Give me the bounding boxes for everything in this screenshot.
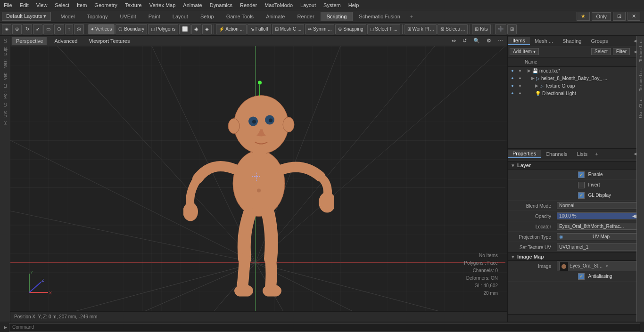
viewport-tab-advanced[interactable]: Advanced [50, 37, 81, 45]
image-map-section-header[interactable]: ▼ Image Map [508, 252, 644, 261]
menu-system[interactable]: System [320, 1, 345, 9]
star-button[interactable]: ★ [577, 12, 590, 21]
falloff-btn[interactable]: ↘ Falloff [248, 24, 271, 34]
polygons-btn[interactable]: ◻ Polygons [148, 24, 178, 34]
close-layout-button[interactable]: ✕ [627, 12, 640, 21]
item-eye-modo[interactable]: ● [509, 67, 516, 74]
workpl-btn[interactable]: ⊞ Work Pl ... [405, 24, 437, 34]
menu-geometry[interactable]: Geometry [91, 1, 121, 9]
menu-view[interactable]: View [33, 1, 51, 9]
layout-tab-model[interactable]: Model [55, 12, 81, 21]
layout-tab-scripting[interactable]: Scripting [321, 12, 353, 21]
layout-tab-paint[interactable]: Paint [142, 12, 166, 21]
gl-display-checkbox[interactable]: ✓ [578, 192, 585, 199]
item-eye-texgroup[interactable]: ● [509, 82, 516, 89]
scale-btn[interactable]: ⤢ [33, 24, 42, 34]
invert-checkbox[interactable] [578, 182, 585, 188]
layout-tab-add[interactable]: + [406, 12, 417, 21]
command-input-area[interactable] [9, 323, 640, 332]
tab-groups[interactable]: Groups [586, 37, 612, 45]
menu-animate[interactable]: Animate [179, 1, 206, 9]
menu-layout[interactable]: Layout [297, 1, 320, 9]
menu-edit[interactable]: Edit [16, 1, 33, 9]
viewport-ctrl-settings[interactable]: ⚙ [484, 36, 494, 46]
viewport-ctrl-reset[interactable]: ↺ [460, 36, 469, 46]
filter-button[interactable]: Filter [613, 48, 630, 55]
item-row-modo[interactable]: ● ● ▶ 💾 modo.lxo* [508, 67, 644, 74]
item-eye-dirlight[interactable]: ● [509, 90, 516, 97]
select-lasso-btn[interactable]: ⬡ [54, 24, 64, 34]
menu-dynamics[interactable]: Dynamics [206, 1, 236, 9]
menu-vertex-map[interactable]: Vertex Map [146, 1, 180, 9]
sidebar-item-f[interactable]: F: [2, 119, 8, 127]
viewport-ctrl-search[interactable]: 🔍 [471, 36, 482, 46]
item-row-texgroup[interactable]: ● ● ▶ ▷ Texture Group [508, 82, 644, 89]
tab-shading[interactable]: Shading [558, 37, 586, 45]
tab-mesh[interactable]: Mesh ... [530, 37, 558, 45]
item-eye2-dirlight[interactable]: ● [516, 90, 524, 97]
grid-btn[interactable]: ⊞ [507, 24, 517, 34]
viewport-tab-textures[interactable]: Viewport Textures [85, 37, 133, 45]
item-row-dirlight[interactable]: ● ● 💡 Directional Light [508, 89, 644, 97]
mode-btn1[interactable]: ⬜ [179, 24, 190, 34]
mode-btn3[interactable]: ◈ [202, 24, 212, 34]
add-item-button[interactable]: Add Item ▾ [510, 48, 539, 55]
menu-item[interactable]: Item [73, 1, 91, 9]
tab-channels[interactable]: Channels [541, 150, 572, 158]
add-tab-btn[interactable]: + [592, 150, 601, 158]
menu-texture[interactable]: Texture [121, 1, 146, 9]
item-eye2-modo[interactable]: ● [516, 67, 524, 74]
command-input[interactable] [12, 324, 637, 330]
tweak-btn[interactable]: ↕ [65, 24, 73, 34]
texture-tab-user[interactable]: User Cha... [637, 94, 644, 121]
set-texture-uv-dropdown[interactable]: UVChannel_1 ▾ [557, 243, 642, 251]
layout-tab-schematic[interactable]: Schematic Fusion [353, 12, 406, 21]
item-eye-helper[interactable]: ● [509, 75, 516, 81]
sidebar-item-pol[interactable]: Pol: [2, 89, 8, 101]
sidebar-item-uv[interactable]: UV: [2, 109, 8, 120]
select-mode-btn[interactable]: ◈ [2, 24, 11, 34]
maximize-button[interactable]: ⊡ [613, 12, 626, 21]
tab-items[interactable]: Items [508, 37, 530, 45]
item-eye2-helper[interactable]: ● [516, 75, 524, 81]
layout-tab-setup[interactable]: Setup [194, 12, 220, 21]
select-item-button[interactable]: Select [591, 48, 611, 55]
menu-maxtomodo[interactable]: MaxToModo [261, 1, 297, 9]
select-tool-btn[interactable]: ◻ Select T ... [367, 24, 400, 34]
rotate-btn[interactable]: ↻ [23, 24, 32, 34]
action-btn[interactable]: ⚡ Action ... [216, 24, 247, 34]
sidebar-item-c[interactable]: C: [2, 101, 8, 109]
tab-properties[interactable]: Properties [508, 150, 541, 158]
snapping-btn[interactable]: ⊕ Snapping [335, 24, 366, 34]
item-eye2-texgroup[interactable]: ● [516, 82, 524, 89]
command-arrow[interactable]: ▶ [4, 325, 7, 330]
layer-section-header[interactable]: ▼ Layer [508, 161, 644, 170]
only-button[interactable]: Only [592, 12, 611, 21]
menu-select[interactable]: Select [51, 1, 73, 9]
opacity-field[interactable]: 100.0 % ◀▶ [557, 212, 642, 219]
texture-tab-locator[interactable]: Texture Lo... [637, 65, 644, 94]
layout-tab-animate[interactable]: Animate [260, 12, 291, 21]
sidebar-item-ver[interactable]: Ver: [2, 71, 8, 82]
boundary-btn[interactable]: ⬡ Boundary [116, 24, 147, 34]
blend-mode-dropdown[interactable]: Normal ▾ [557, 202, 642, 209]
locator-field[interactable]: Eyes_Oral_8thMonth_Refrac... ▾ [557, 223, 642, 230]
antialiasing-checkbox[interactable]: ✓ [578, 273, 585, 280]
projection-type-dropdown[interactable]: ◉ UV Map ▾ [557, 233, 642, 240]
layout-tab-layout[interactable]: Layout [166, 12, 194, 21]
transform-btn[interactable]: ⊕ [12, 24, 22, 34]
expand-icon-helper[interactable]: ▶ [531, 76, 535, 81]
sidebar-item-dup[interactable]: Dup: [2, 45, 8, 57]
expand-icon-texgrp[interactable]: ▶ [535, 83, 538, 88]
vertices-btn[interactable]: ● Vertices [88, 24, 115, 34]
sidebar-item-mes[interactable]: Mes: [2, 57, 8, 71]
layout-dropdown[interactable]: Default Layouts ▾ [2, 12, 51, 21]
sidebar-item-d[interactable]: D: [2, 37, 8, 45]
viewport-ctrl-arrows[interactable]: ⇔ [449, 36, 458, 46]
enable-checkbox[interactable]: ✓ [578, 171, 585, 178]
add-tool-btn[interactable]: ➕ [495, 24, 506, 34]
menu-help[interactable]: Help [345, 1, 363, 9]
viewport-ctrl-more[interactable]: ⋯ [495, 36, 505, 46]
select-rect-btn[interactable]: ▭ [43, 24, 53, 34]
sidebar-item-e[interactable]: E: [2, 82, 8, 90]
